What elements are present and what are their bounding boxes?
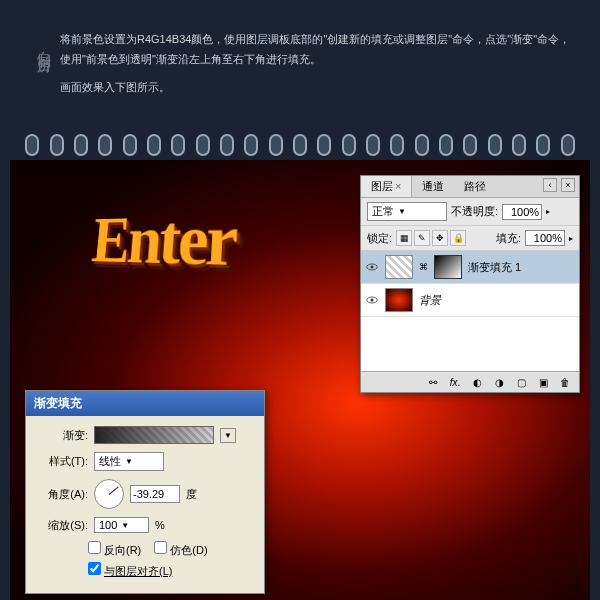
lock-move-icon[interactable]: ✥ [432,230,448,246]
layers-panel: ‹ × 图层× 通道 路径 正常▼ 不透明度: 100% ▸ 锁定: ▦ ✎ ✥… [360,175,580,393]
fill-arrow-icon[interactable]: ▸ [569,234,573,243]
layer-thumb[interactable] [385,288,413,312]
gradient-label: 渐变: [38,428,88,443]
chevron-down-icon: ▼ [121,521,129,530]
layer-row-background[interactable]: 背景 [361,284,579,317]
new-layer-icon[interactable]: ▣ [535,375,551,389]
fill-input[interactable]: 100% [525,230,565,246]
visibility-eye-icon[interactable] [365,260,379,274]
link-icon: ⌘ [419,262,428,272]
tab-paths[interactable]: 路径 [454,176,496,197]
style-label: 样式(T): [38,454,88,469]
align-checkbox[interactable]: 与图层对齐(L) [88,562,172,579]
opacity-label: 不透明度: [451,204,498,219]
layer-name[interactable]: 渐变填充 1 [468,260,521,275]
lock-label: 锁定: [367,231,392,246]
dither-checkbox[interactable]: 仿色(D) [154,541,207,558]
opacity-input[interactable]: 100% [502,204,542,220]
angle-input[interactable] [130,485,180,503]
tab-layers[interactable]: 图层× [361,176,412,197]
scale-unit: % [155,519,165,531]
angle-unit: 度 [186,487,197,502]
lock-transparency-icon[interactable]: ▦ [396,230,412,246]
gradient-fill-dialog: 渐变填充 渐变: ▼ 样式(T): 线性▼ 角度(A): 度 缩放(S): 10… [25,390,265,594]
layer-thumb[interactable] [385,255,413,279]
gradient-dropdown-icon[interactable]: ▼ [220,428,236,443]
scale-label: 缩放(S): [38,518,88,533]
trash-icon[interactable]: 🗑 [557,375,573,389]
folder-icon[interactable]: ▢ [513,375,529,389]
instructions: 将前景色设置为R4G14B34颜色，使用图层调板底部的"创建新的填充或调整图层"… [60,30,580,97]
svg-point-3 [371,299,374,302]
lock-all-icon[interactable]: 🔒 [450,230,466,246]
style-select[interactable]: 线性▼ [94,452,164,471]
svg-point-1 [371,266,374,269]
angle-dial[interactable] [94,479,124,509]
sidebar-title: 自制台历 [35,40,53,52]
tab-channels[interactable]: 通道 [412,176,454,197]
chevron-down-icon: ▼ [398,207,406,216]
blend-mode-select[interactable]: 正常▼ [367,202,447,221]
dialog-title: 渐变填充 [26,391,264,416]
fill-label: 填充: [496,231,521,246]
panel-close-icon[interactable]: × [561,178,575,192]
3d-text: Enter [89,198,237,284]
mask-icon[interactable]: ◐ [469,375,485,389]
chevron-down-icon: ▼ [125,457,133,466]
layer-name[interactable]: 背景 [419,293,441,308]
visibility-eye-icon[interactable] [365,293,379,307]
angle-label: 角度(A): [38,487,88,502]
gradient-preview[interactable] [94,426,214,444]
spiral-binding [0,130,600,160]
reverse-checkbox[interactable]: 反向(R) [88,541,141,558]
instruction-line-1: 将前景色设置为R4G14B34颜色，使用图层调板底部的"创建新的填充或调整图层"… [60,30,580,70]
tab-close-icon[interactable]: × [395,180,401,192]
layer-row-gradient[interactable]: ⌘ 渐变填充 1 [361,251,579,284]
instruction-line-2: 画面效果入下图所示。 [60,78,580,98]
adjustment-icon[interactable]: ◑ [491,375,507,389]
scale-select[interactable]: 100▼ [94,517,149,533]
lock-brush-icon[interactable]: ✎ [414,230,430,246]
link-layers-icon[interactable]: ⚯ [425,375,441,389]
panel-minimize-icon[interactable]: ‹ [543,178,557,192]
layer-mask-thumb[interactable] [434,255,462,279]
fx-icon[interactable]: fx. [447,375,463,389]
opacity-arrow-icon[interactable]: ▸ [546,207,550,216]
